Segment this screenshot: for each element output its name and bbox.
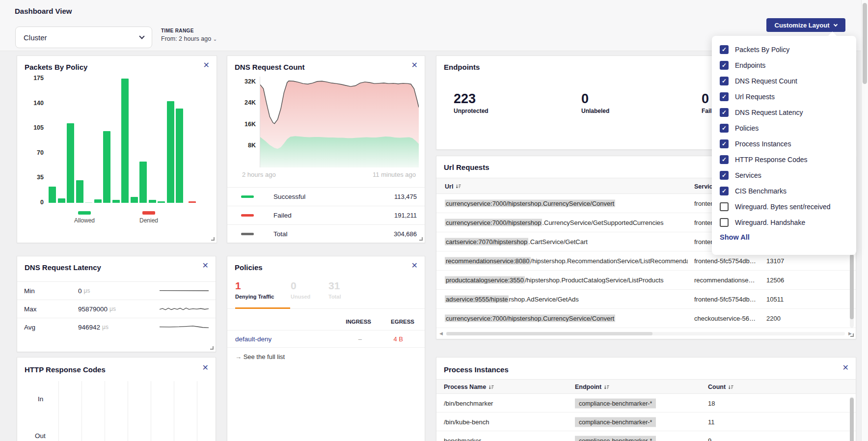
count-column-header[interactable]: Count — [708, 380, 733, 394]
show-all-link[interactable]: Show All — [712, 233, 856, 241]
menu-item-label: Url Requests — [735, 93, 775, 101]
y-tick-label: 16K — [234, 121, 256, 128]
checkbox-unchecked-icon[interactable] — [720, 218, 729, 227]
scroll-thumb[interactable] — [446, 332, 652, 335]
service-cell: frontend-5fc5754db… — [694, 257, 759, 265]
process-name-cell: /bin/kube-bench — [444, 418, 567, 425]
page-scrollbar-thumb[interactable] — [863, 3, 867, 84]
menu-item-label: DNS Request Latency — [735, 109, 803, 116]
bar-allowed — [94, 199, 102, 203]
grid-line — [81, 381, 82, 441]
x-label-end: 11 minutes ago — [373, 171, 416, 178]
count-cell: 9 — [708, 437, 747, 441]
checkbox-checked-icon[interactable]: ✓ — [720, 139, 729, 148]
menu-item-policies[interactable]: ✓Policies — [712, 120, 856, 136]
menu-item-label: Packets By Policy — [735, 46, 789, 54]
resize-grip[interactable] — [211, 237, 215, 241]
tab-label: Total — [328, 294, 341, 300]
legend-label: Failed — [273, 212, 394, 219]
menu-item-dns-request-latency[interactable]: ✓DNS Request Latency — [712, 105, 856, 120]
stat-value: 223 — [454, 91, 488, 107]
scroll-left-icon[interactable]: ◀ — [439, 331, 443, 336]
policy-name-link[interactable]: default-deny — [235, 335, 271, 343]
endpoint-column-header[interactable]: Endpoint — [575, 380, 609, 394]
resize-grip[interactable] — [419, 237, 423, 241]
checkbox-checked-icon[interactable]: ✓ — [720, 77, 729, 85]
packets-bar-chart — [49, 79, 214, 203]
process-vertical-scrollbar[interactable] — [850, 397, 854, 441]
grid-line — [174, 381, 174, 441]
service-cell: checkoutservice-56… — [694, 315, 759, 322]
menu-item-cis-benchmarks[interactable]: ✓CIS Benchmarks — [712, 183, 856, 199]
card-title: Process Instances — [444, 365, 509, 374]
ingress-header: INGRESS — [346, 319, 371, 325]
menu-item-services[interactable]: ✓Services — [712, 167, 856, 183]
url-horizontal-scrollbar[interactable]: ◀ ▶ — [439, 331, 852, 336]
checkbox-checked-icon[interactable]: ✓ — [720, 187, 729, 195]
customize-layout-menu: ✓Packets By Policy✓Endpoints✓DNS Request… — [712, 36, 856, 255]
time-range-from[interactable]: From: 2 hours ago ⌄ — [161, 35, 217, 42]
checkbox-checked-icon[interactable]: ✓ — [720, 155, 729, 164]
url-highlight: cartservice:7070/hipstershop — [445, 238, 528, 246]
tab-label: Denying Traffic — [235, 294, 274, 300]
menu-item-process-instances[interactable]: ✓Process Instances — [712, 136, 856, 152]
bar-denied — [189, 201, 196, 203]
row-label-in: In — [38, 395, 43, 403]
close-icon[interactable]: ✕ — [203, 61, 210, 69]
close-icon[interactable]: ✕ — [411, 262, 418, 270]
stat-label: Unprotected — [454, 108, 488, 114]
view-select[interactable]: Cluster — [15, 27, 152, 48]
latency-sparkline — [160, 285, 209, 296]
legend-value: 191,211 — [394, 212, 417, 219]
policy-egress-value: 4 B — [393, 335, 403, 343]
checkbox-checked-icon[interactable]: ✓ — [720, 108, 729, 117]
table-row: benchmarkercompliance-benchmarker-*9 — [436, 431, 856, 441]
menu-item-wireguard-handshake[interactable]: Wireguard. Handshake — [712, 215, 856, 230]
tab-denying-traffic[interactable]: 1Denying Traffic — [235, 280, 274, 300]
url-highlight: recommendationservice:8080 — [445, 257, 531, 265]
checkbox-unchecked-icon[interactable] — [720, 202, 729, 211]
menu-item-label: Wireguard. Bytes sent/received — [735, 203, 831, 211]
process-name-column-header[interactable]: Process Name — [444, 380, 494, 394]
tab-count: 0 — [291, 280, 310, 292]
resize-grip[interactable] — [210, 346, 214, 350]
url-highlight: currencyservice:7000/hipstershop.Currenc… — [445, 200, 615, 207]
grid-line — [58, 381, 59, 441]
count-cell: 2200 — [766, 315, 801, 322]
dns-request-count-card: DNS Request Count ✕ 32K24K16K8K 2 hours … — [227, 55, 425, 243]
menu-item-label: Services — [735, 171, 761, 179]
checkbox-checked-icon[interactable]: ✓ — [720, 61, 729, 70]
legend-item: Allowed — [67, 211, 102, 224]
endpoint-stat: 0Unlabeled — [581, 91, 609, 114]
checkbox-checked-icon[interactable]: ✓ — [720, 124, 729, 133]
url-highlight: currencyservice:7000/hipstershop.Currenc… — [445, 315, 615, 322]
close-icon[interactable]: ✕ — [842, 364, 849, 372]
resize-grip[interactable] — [850, 333, 854, 337]
checkbox-checked-icon[interactable]: ✓ — [720, 92, 729, 101]
close-icon[interactable]: ✕ — [411, 61, 418, 69]
policy-row: default-deny – 4 B — [227, 330, 425, 348]
service-cell: recommendationse… — [694, 276, 759, 284]
chevron-down-icon: ⌄ — [213, 36, 217, 42]
menu-item-packets-by-policy[interactable]: ✓Packets By Policy — [712, 42, 856, 57]
close-icon[interactable]: ✕ — [202, 364, 209, 372]
menu-item-endpoints[interactable]: ✓Endpoints — [712, 57, 856, 73]
checkbox-checked-icon[interactable]: ✓ — [720, 45, 729, 54]
card-title: DNS Request Count — [235, 63, 305, 71]
latency-row: Avg946942μs — [17, 318, 216, 336]
tab-unused[interactable]: 0Unused — [291, 280, 310, 300]
endpoint-chip: compliance-benchmarker-* — [575, 398, 656, 408]
tab-total[interactable]: 31Total — [328, 280, 341, 300]
legend-label: Denied — [132, 217, 166, 224]
page-scrollbar[interactable] — [861, 0, 868, 441]
menu-item-wireguard-bytes-sent-received[interactable]: Wireguard. Bytes sent/received — [712, 199, 856, 215]
url-column-header[interactable]: Url — [445, 178, 461, 194]
see-full-list-link[interactable]: → See the full list — [235, 353, 285, 360]
customize-layout-button[interactable]: Customize Layout — [766, 18, 845, 32]
checkbox-checked-icon[interactable]: ✓ — [720, 171, 729, 180]
menu-item-http-response-codes[interactable]: ✓HTTP Response Codes — [712, 152, 856, 167]
menu-item-url-requests[interactable]: ✓Url Requests — [712, 89, 856, 105]
latency-row: Min0μs — [17, 281, 216, 300]
menu-item-dns-request-count[interactable]: ✓DNS Request Count — [712, 73, 856, 89]
close-icon[interactable]: ✕ — [202, 262, 209, 270]
